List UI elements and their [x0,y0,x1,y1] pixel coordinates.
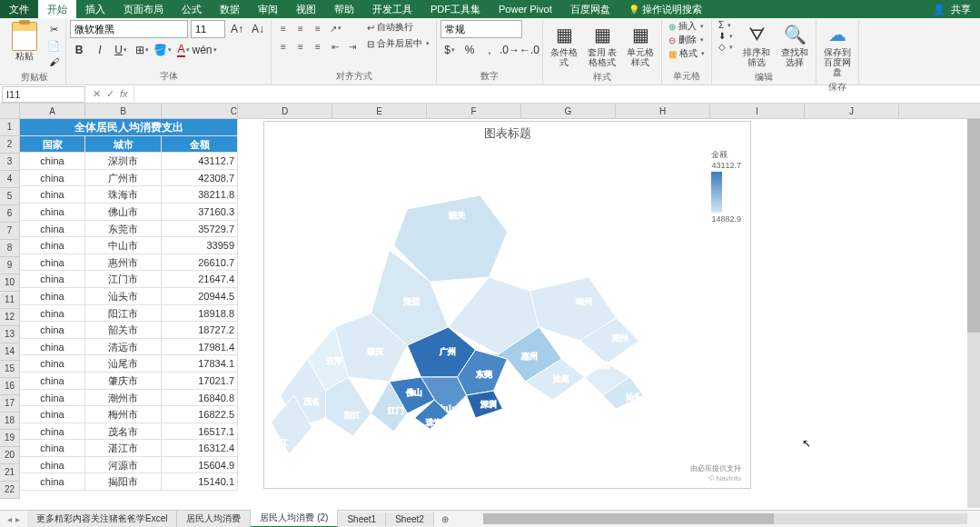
cell[interactable]: 16840.8 [162,390,238,407]
percent-button[interactable]: % [460,41,479,59]
font-name-select[interactable] [70,20,188,38]
paste-button[interactable]: 粘贴 [7,20,42,63]
cell[interactable]: 茂名市 [85,423,162,441]
menu-tab-home[interactable]: 开始 [38,0,76,18]
cell[interactable]: 17021.7 [162,373,238,390]
sheet-tab[interactable]: 居民人均消费 [177,511,251,527]
row-header[interactable]: 5 [0,188,20,205]
table-title[interactable]: 全体居民人均消费支出 [20,119,238,136]
row-header[interactable]: 21 [0,464,20,482]
cell[interactable]: china [20,170,85,187]
menu-tab-pdf[interactable]: PDF工具集 [421,0,490,18]
cell[interactable]: 阳江市 [85,305,162,323]
cell[interactable]: 35729.7 [162,221,238,238]
italic-button[interactable]: I [91,41,109,59]
cell[interactable]: 湛江市 [85,440,162,457]
cell[interactable]: china [20,322,85,339]
cell[interactable]: 18727.2 [162,322,238,339]
cell[interactable]: china [20,186,85,204]
align-top-button[interactable]: ≡ [275,20,292,36]
sheet-tab[interactable]: 更多精彩内容关注猪爸爸学Excel [27,511,177,527]
orientation-button[interactable]: ↗▾ [327,20,343,36]
row-header[interactable]: 19 [0,430,20,447]
cell[interactable]: 惠州市 [85,254,162,272]
chart-title[interactable]: 图表标题 [264,122,750,145]
cell[interactable]: china [20,288,85,305]
row-header[interactable]: 15 [0,361,20,378]
row-header[interactable]: 22 [0,482,20,499]
col-header[interactable]: G [521,104,616,118]
row-header[interactable]: 8 [0,240,20,257]
row-header[interactable]: 6 [0,205,20,223]
cell[interactable]: china [20,305,85,323]
cell[interactable]: 33959 [162,237,238,254]
cell[interactable]: 韶关市 [85,322,162,339]
align-left-button[interactable]: ≡ [275,38,292,55]
add-sheet-button[interactable]: ⊕ [434,514,456,524]
cell[interactable]: 26610.7 [162,254,238,272]
cell[interactable]: 20944.5 [162,288,238,305]
cell[interactable]: china [20,390,85,407]
find-select-button[interactable]: 🔍查找和选择 [777,20,812,69]
col-header[interactable]: F [427,104,521,118]
col-header[interactable]: A [20,104,85,118]
row-header[interactable]: 12 [0,309,20,326]
cancel-formula-icon[interactable]: ✕ [93,88,101,100]
row-header[interactable]: 7 [0,223,20,240]
menu-tab-dev[interactable]: 开发工具 [363,0,421,18]
table-format-button[interactable]: ▦套用 表格格式 [585,20,619,69]
share-icon[interactable]: 👤 [933,4,945,15]
decrease-font-button[interactable]: A↓ [249,20,267,38]
menu-tab-review[interactable]: 审阅 [249,0,287,18]
cell[interactable]: china [20,440,85,457]
vertical-scrollbar[interactable] [967,119,980,508]
phonetic-button[interactable]: wén▾ [195,41,213,59]
font-size-select[interactable] [191,20,225,38]
row-header[interactable]: 13 [0,326,20,343]
align-right-button[interactable]: ≡ [310,38,326,55]
save-baidu-button[interactable]: ☁保存到 百度网盘 [820,20,855,79]
row-header[interactable]: 18 [0,413,20,430]
cell[interactable]: 珠海市 [85,186,162,204]
sheet-tab[interactable]: Sheet2 [386,512,434,526]
cell[interactable]: 42308.7 [162,170,238,187]
formula-bar[interactable] [134,86,980,103]
cell[interactable]: 清远市 [85,339,162,356]
cell[interactable]: china [20,221,85,238]
spreadsheet-grid[interactable]: A B C D E F G H I J 12345678910111213141… [0,104,980,512]
wrap-text-button[interactable]: ↩自动换行 [364,20,432,35]
enter-formula-icon[interactable]: ✓ [106,88,114,100]
row-header[interactable]: 9 [0,257,20,274]
menu-tab-formula[interactable]: 公式 [173,0,211,18]
format-painter-button[interactable]: 🖌 [45,55,62,69]
insert-cells-button[interactable]: ⊕插入▾ [666,20,708,33]
row-header[interactable]: 14 [0,343,20,361]
cell[interactable]: china [20,373,85,390]
decrease-decimal-button[interactable]: ←.0 [520,41,539,59]
copy-button[interactable]: 📄 [45,38,62,53]
number-format-select[interactable] [441,20,522,38]
indent-inc-button[interactable]: ⇥ [344,38,361,55]
col-header[interactable]: J [805,104,899,118]
cell-style-button[interactable]: ▦单元格样式 [623,20,658,69]
bold-button[interactable]: B [70,41,88,59]
underline-button[interactable]: U▾ [112,41,130,59]
cell[interactable]: china [20,473,85,491]
cell[interactable]: china [20,271,85,288]
menu-tab-baidu[interactable]: 百度网盘 [561,0,619,18]
col-header[interactable]: B [85,104,162,118]
table-header[interactable]: 国家 [20,136,85,154]
cell[interactable]: 15604.9 [162,457,238,474]
col-header[interactable]: D [238,104,332,118]
tell-me[interactable]: 💡 操作说明搜索 [619,0,711,18]
fx-icon[interactable]: fx [120,88,128,100]
menu-tab-data[interactable]: 数据 [211,0,249,18]
cell[interactable]: 16312.4 [162,440,238,457]
fill-button[interactable]: ⬇▾ [716,31,736,41]
cell[interactable]: china [20,355,85,373]
cell[interactable]: 揭阳市 [85,473,162,491]
share-button[interactable]: 共享 [951,3,971,16]
name-box[interactable]: I11 [2,86,85,103]
row-header[interactable]: 3 [0,154,20,171]
horizontal-scrollbar[interactable] [483,513,967,524]
